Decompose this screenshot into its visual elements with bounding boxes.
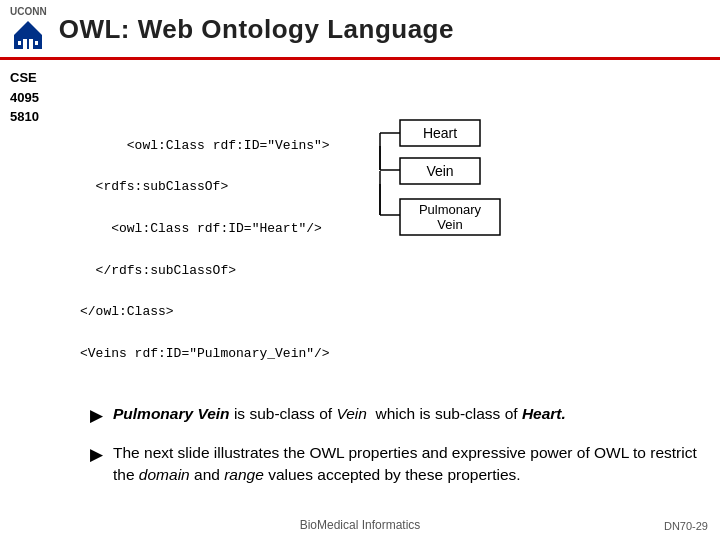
svg-rect-4 xyxy=(18,41,21,45)
svg-rect-2 xyxy=(23,39,27,49)
page-title: OWL: Web Ontology Language xyxy=(59,14,454,45)
code-line-5: </owl:Class> xyxy=(80,304,174,319)
bullet-marker-2: ▶ xyxy=(90,443,103,467)
code-line-4: </rdfs:subClassOf> xyxy=(80,263,236,278)
code-line-3: <owl:Class rdf:ID="Heart"/> xyxy=(80,221,322,236)
pulmonary-vein-label-2: Vein xyxy=(437,217,462,232)
course-line2: 4095 xyxy=(10,88,39,108)
pulmonary-vein-label-1: Pulmonary xyxy=(419,202,482,217)
header: UCONN OWL: Web Ontology Language xyxy=(0,0,720,60)
svg-rect-3 xyxy=(29,39,33,49)
uconn-logo-icon xyxy=(10,17,46,53)
slide-number: DN70-29 xyxy=(664,520,708,532)
class-hierarchy-diagram: Heart Vein Pulmonary xyxy=(360,115,520,258)
bullet-text-1: Pulmonary Vein is sub-class of Vein whic… xyxy=(113,403,566,425)
code-line-2: <rdfs:subClassOf> xyxy=(80,179,228,194)
code-line-6: <Veins rdf:ID="Pulmonary_Vein"/> xyxy=(80,346,330,361)
heart-label: Heart xyxy=(423,125,457,141)
svg-marker-1 xyxy=(14,21,42,35)
bullet-item-2: ▶ The next slide illustrates the OWL pro… xyxy=(90,442,710,485)
main-content: <owl:Class rdf:ID="Veins"> <rdfs:subClas… xyxy=(80,115,710,486)
bullet-marker-1: ▶ xyxy=(90,404,103,428)
course-line3: 5810 xyxy=(10,107,39,127)
bullet-text-2: The next slide illustrates the OWL prope… xyxy=(113,442,710,485)
bullet-item-1: ▶ Pulmonary Vein is sub-class of Vein wh… xyxy=(90,403,710,428)
vein-label: Vein xyxy=(426,163,453,179)
code-block: <owl:Class rdf:ID="Veins"> <rdfs:subClas… xyxy=(80,115,330,385)
bullets-section: ▶ Pulmonary Vein is sub-class of Vein wh… xyxy=(90,403,710,485)
footer: BioMedical Informatics xyxy=(0,518,720,532)
logo-text: UCONN xyxy=(10,6,47,17)
course-line1: CSE xyxy=(10,68,39,88)
footer-text: BioMedical Informatics xyxy=(300,518,421,532)
code-line-1: <owl:Class rdf:ID="Veins"> xyxy=(127,138,330,153)
code-diagram-section: <owl:Class rdf:ID="Veins"> <rdfs:subClas… xyxy=(80,115,710,385)
svg-rect-5 xyxy=(35,41,38,45)
course-info: CSE 4095 5810 xyxy=(10,68,39,127)
logo-area: UCONN xyxy=(10,6,47,53)
